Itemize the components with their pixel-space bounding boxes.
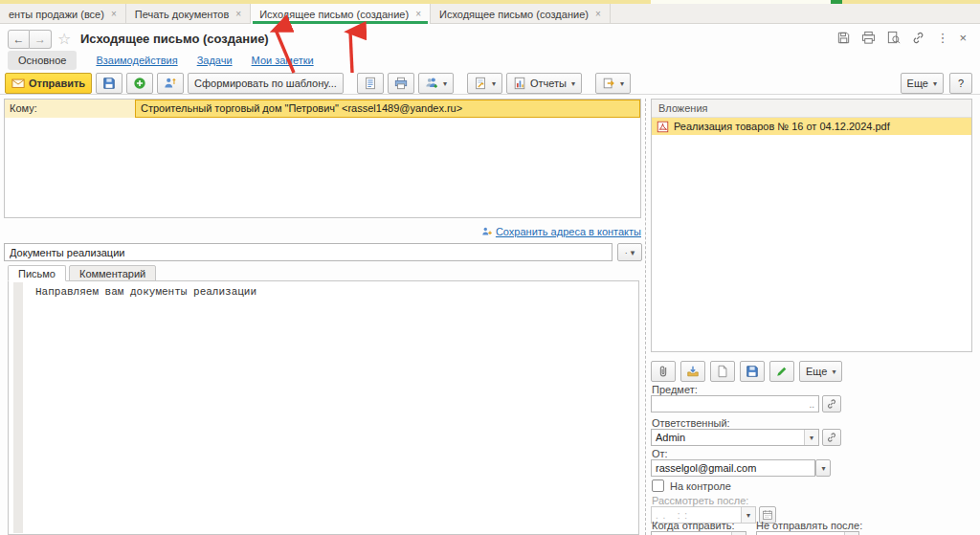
pdf-icon — [657, 121, 669, 133]
open-windows-tabbar: енты продажи (все) × Печать документов ×… — [0, 4, 980, 24]
print-icon[interactable] — [861, 31, 876, 45]
form-navigation: Основное Взаимодействия Задачи Мои замет… — [8, 51, 314, 70]
window-action-icons: ⋮ × — [836, 31, 967, 45]
editor-gutter — [13, 282, 23, 533]
tab-comment[interactable]: Комментарий — [69, 265, 156, 281]
help-button[interactable]: ? — [949, 73, 972, 94]
create-based-on-menu-button[interactable]: ▾ — [467, 73, 502, 94]
link-icon — [826, 432, 837, 443]
choose-ellipsis-icon[interactable]: .. — [805, 399, 818, 410]
to-value[interactable]: Строительный торговый дом "Петрович" <ra… — [135, 100, 640, 118]
subject-ref-open-button[interactable] — [822, 395, 841, 412]
subject-ref-field: .. — [651, 395, 819, 412]
forward-button[interactable]: → — [30, 30, 52, 49]
more-actions-icon[interactable]: ⋮ — [936, 31, 948, 45]
more-button[interactable]: Еще ▾ — [901, 73, 944, 94]
from-dropdown-button[interactable]: ▾ — [815, 459, 831, 477]
annotation-arrow-2 — [350, 32, 352, 73]
when-send-field: ▾ — [651, 531, 746, 535]
tab-label: енты продажи (все) — [9, 9, 104, 20]
attachments-toolbar: Еще ▾ — [651, 361, 842, 382]
from-field — [651, 459, 815, 477]
export-menu-button[interactable]: ▾ — [595, 73, 631, 94]
from-input[interactable] — [652, 462, 814, 474]
subject-options-button[interactable]: · ▾ — [617, 243, 642, 261]
tab-letter[interactable]: Письмо — [8, 265, 66, 281]
tab-close-icon[interactable]: × — [111, 9, 117, 19]
pencil-icon — [775, 365, 789, 378]
paperclip-icon — [657, 365, 670, 378]
page-title: Исходящее письмо (создание) — [80, 32, 269, 46]
command-toolbar: Отправить Сформировать по шаблону... ▾ ▾ — [5, 73, 631, 94]
panel-splitter[interactable] — [645, 99, 646, 535]
body-tabs: Письмо Комментарий — [8, 265, 159, 281]
email-body-text[interactable]: Направляем вам документы реализации — [35, 286, 256, 298]
document-icon — [364, 77, 377, 90]
email-subject-input[interactable] — [4, 243, 612, 261]
edit-attachment-button[interactable] — [769, 361, 794, 382]
nav-tasks[interactable]: Задачи — [197, 55, 233, 66]
attach-file-button[interactable] — [651, 361, 676, 382]
responsible-open-button[interactable] — [822, 429, 841, 446]
on-control-label[interactable]: На контроле — [670, 480, 731, 492]
save-attachment-button[interactable] — [740, 361, 765, 382]
back-button[interactable]: ← — [8, 30, 30, 49]
recipient-row: Кому: Строительный торговый дом "Петрови… — [5, 100, 640, 118]
tab-outgoing-mail-1[interactable]: Исходящее письмо (создание) × — [251, 4, 431, 24]
person-arrows-icon — [164, 77, 177, 90]
review-after-input[interactable] — [652, 510, 741, 521]
add-participants-menu-button[interactable]: ▾ — [418, 73, 454, 94]
subject-ref-label: Предмет: — [652, 384, 698, 395]
link-icon — [826, 398, 837, 410]
nav-my-notes[interactable]: Мои заметки — [252, 55, 314, 66]
favorite-star-icon[interactable]: ☆ — [57, 30, 71, 48]
nav-main[interactable]: Основное — [8, 51, 77, 70]
attachments-panel: Вложения Реализация товаров № 16 от 04.1… — [651, 99, 972, 352]
diskette-icon — [102, 77, 116, 90]
email-body-editor[interactable]: Направляем вам документы реализации — [8, 280, 639, 535]
new-file-button[interactable] — [710, 361, 735, 382]
review-after-label: Рассмотреть после: — [652, 495, 748, 506]
create-button[interactable] — [126, 73, 153, 94]
tab-print-documents[interactable]: Печать документов × — [126, 4, 251, 24]
print-button[interactable] — [388, 73, 414, 94]
tray-up-icon — [686, 365, 700, 378]
dropdown-arrow-icon[interactable]: ▾ — [804, 430, 818, 445]
save-icon[interactable] — [836, 31, 851, 45]
reports-menu-button[interactable]: Отчеты ▾ — [506, 73, 582, 94]
preview-icon[interactable] — [886, 31, 901, 45]
save-contacts-link[interactable]: Сохранить адреса в контакты — [496, 226, 641, 237]
save-button[interactable] — [96, 73, 122, 94]
dropdown-arrow-icon: ▾ — [620, 79, 624, 88]
tab-outgoing-mail-2[interactable]: Исходящее письмо (создание) × — [431, 4, 611, 24]
dropdown-arrow-icon: ▾ — [933, 79, 937, 88]
attachments-more-button[interactable]: Еще ▾ — [799, 361, 842, 382]
nav-interactions[interactable]: Взаимодействия — [96, 55, 177, 66]
generate-from-template-button[interactable]: Сформировать по шаблону... — [188, 73, 344, 94]
file-action-icon — [474, 77, 487, 90]
from-label: От: — [652, 448, 668, 459]
history-nav: ← → — [8, 30, 52, 49]
envelope-icon — [11, 77, 25, 90]
get-link-icon[interactable] — [911, 31, 925, 45]
tab-sales-documents[interactable]: енты продажи (все) × — [0, 4, 126, 24]
tab-close-icon[interactable]: × — [595, 9, 601, 19]
dropdown-arrow-icon: ▾ — [832, 368, 835, 376]
printer-icon — [394, 77, 408, 90]
responsible-input[interactable] — [652, 432, 804, 443]
not-send-after-label: Не отправлять после: — [756, 520, 862, 531]
load-from-disk-button[interactable] — [680, 361, 705, 382]
tab-close-icon[interactable]: × — [235, 9, 241, 19]
export-icon — [602, 77, 615, 90]
tab-close-icon[interactable]: × — [415, 9, 421, 19]
dropdown-arrow-icon: ▾ — [571, 79, 575, 88]
close-window-icon[interactable]: × — [959, 31, 967, 45]
pick-addressee-button[interactable] — [157, 73, 184, 94]
dropdown-arrow-icon[interactable]: ▾ — [741, 507, 755, 523]
send-button[interactable]: Отправить — [5, 73, 92, 94]
on-control-checkbox[interactable] — [652, 479, 664, 492]
subject-ref-input[interactable] — [652, 398, 805, 410]
document-text-button[interactable] — [357, 73, 384, 94]
attachment-row[interactable]: Реализация товаров № 16 от 04.12.2024.pd… — [652, 118, 971, 135]
recipients-box[interactable]: Кому: Строительный торговый дом "Петрови… — [4, 99, 641, 218]
